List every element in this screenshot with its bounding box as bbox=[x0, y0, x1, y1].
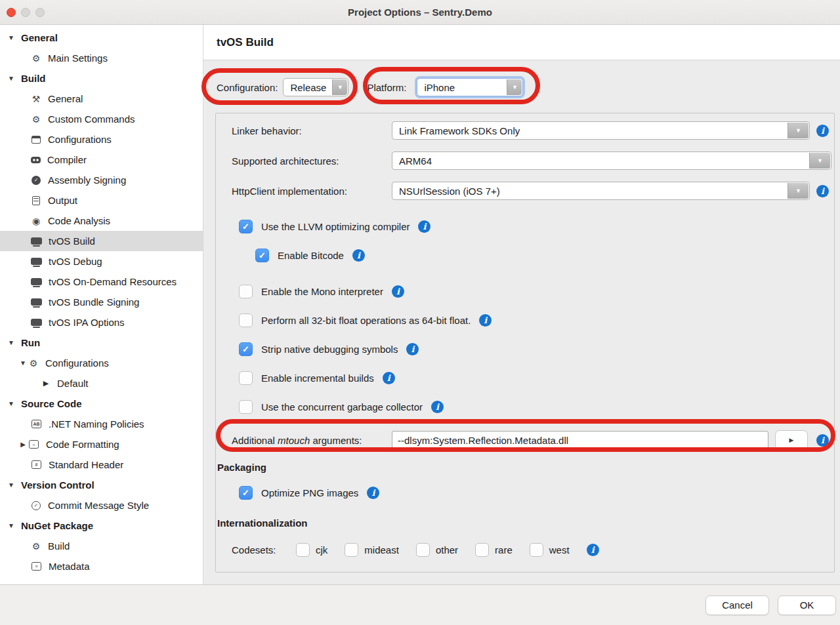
codeset-option-cjk: cjk bbox=[296, 543, 327, 557]
checkbox-row-strip-native-debugging-symbols: ✓Strip native debugging symbolsi bbox=[239, 334, 829, 363]
checkbox[interactable]: ✓ bbox=[239, 486, 253, 500]
sidebar-item-label: Code Analysis bbox=[48, 215, 110, 226]
sidebar-item-tvos-ipa-options[interactable]: tvOS IPA Options bbox=[0, 312, 203, 333]
gear-icon: ⚙ bbox=[30, 114, 42, 125]
sidebar-item-code-analysis[interactable]: ◉Code Analysis bbox=[0, 211, 203, 231]
sidebar-item-nuget-package[interactable]: ▼NuGet Package bbox=[0, 515, 203, 536]
mtouch-arguments-input[interactable] bbox=[392, 431, 768, 450]
checkbox[interactable] bbox=[530, 543, 543, 557]
sidebar-item-tvos-debug[interactable]: tvOS Debug bbox=[0, 251, 203, 272]
info-icon[interactable]: i bbox=[816, 125, 829, 137]
checkbox[interactable] bbox=[239, 400, 253, 414]
sidebar-item-tvos-build[interactable]: tvOS Build bbox=[0, 231, 203, 251]
chevron-down-icon[interactable]: ▼ bbox=[809, 153, 830, 169]
sidebar-item-label: tvOS Bundle Signing bbox=[49, 296, 139, 308]
info-icon[interactable]: i bbox=[383, 372, 395, 384]
codeset-label: cjk bbox=[316, 544, 327, 555]
chevron-down-icon[interactable]: ▼ bbox=[18, 359, 28, 367]
info-icon[interactable]: i bbox=[406, 343, 419, 355]
checkbox[interactable] bbox=[416, 543, 430, 557]
checkbox[interactable] bbox=[239, 313, 253, 327]
dropdown-linker-behavior[interactable]: Link Framework SDKs Only▼ bbox=[392, 121, 810, 140]
platform-select[interactable]: iPhone ▼ bbox=[417, 78, 523, 96]
checkbox[interactable] bbox=[239, 285, 253, 298]
sidebar-item-assembly-signing[interactable]: ✓Assembly Signing bbox=[0, 170, 203, 190]
chevron-right-icon[interactable]: ▶ bbox=[18, 441, 28, 448]
meta-icon: ≡ bbox=[32, 562, 41, 571]
sidebar-item-compiler[interactable]: Compiler bbox=[0, 150, 203, 170]
info-icon[interactable]: i bbox=[816, 434, 829, 447]
sidebar-item-label: Source Code bbox=[21, 398, 82, 409]
checkmark-icon: ✓ bbox=[242, 222, 249, 231]
info-icon[interactable]: i bbox=[392, 285, 404, 298]
dropdown-httpclient-implementation[interactable]: NSUrlSession (iOS 7+)▼ bbox=[392, 182, 810, 200]
checkbox-label: Enable Bitcode bbox=[278, 250, 344, 261]
chevron-down-icon[interactable]: ▼ bbox=[7, 339, 16, 346]
chevron-down-icon[interactable]: ▼ bbox=[7, 34, 16, 41]
field-label: Linker behavior: bbox=[232, 125, 392, 136]
sidebar-item-build[interactable]: ⚙Build bbox=[0, 536, 203, 556]
dropdown-value: NSUrlSession (iOS 7+) bbox=[399, 186, 500, 197]
info-icon[interactable]: i bbox=[367, 487, 379, 499]
checkbox[interactable] bbox=[239, 371, 253, 385]
cancel-button[interactable]: Cancel bbox=[705, 595, 769, 615]
sidebar-item-commit-message-style[interactable]: ✓Commit Message Style bbox=[0, 495, 203, 515]
platform-value: iPhone bbox=[424, 82, 455, 93]
codeset-label: mideast bbox=[364, 544, 399, 555]
info-icon[interactable]: i bbox=[479, 314, 492, 327]
minimize-button[interactable] bbox=[21, 8, 30, 17]
sidebar-item-version-control[interactable]: ▼Version Control bbox=[0, 475, 203, 495]
chevron-down-icon[interactable]: ▼ bbox=[788, 123, 808, 138]
run-arguments-button[interactable]: ▶ bbox=[775, 430, 808, 450]
sidebar-item-build[interactable]: ▼Build bbox=[0, 68, 203, 89]
close-button[interactable] bbox=[7, 8, 16, 17]
checkbox[interactable]: ✓ bbox=[239, 342, 253, 356]
chevron-down-icon[interactable]: ▼ bbox=[332, 79, 347, 95]
ok-button[interactable]: OK bbox=[778, 595, 836, 615]
checkbox[interactable] bbox=[475, 543, 489, 557]
sidebar-item-output[interactable]: Output bbox=[0, 190, 203, 211]
sidebar-item-tvos-on-demand-resources[interactable]: tvOS On-Demand Resources bbox=[0, 272, 203, 292]
info-icon[interactable]: i bbox=[352, 249, 365, 262]
info-icon[interactable]: i bbox=[418, 220, 430, 233]
dialog-footer: Cancel OK bbox=[0, 584, 840, 625]
sidebar-item-general[interactable]: ⚒General bbox=[0, 89, 203, 109]
titlebar: Project Options – Sentry.Demo bbox=[0, 0, 840, 25]
sidebar-item-configurations[interactable]: ▼⚙Configurations bbox=[0, 353, 203, 373]
chevron-down-icon[interactable]: ▼ bbox=[7, 522, 16, 529]
sidebar-item-configurations[interactable]: Configurations bbox=[0, 129, 203, 150]
sidebar-item-standard-header[interactable]: #Standard Header bbox=[0, 454, 203, 475]
checkbox[interactable]: ✓ bbox=[255, 249, 269, 262]
zoom-button[interactable] bbox=[35, 8, 45, 17]
info-icon[interactable]: i bbox=[587, 544, 599, 556]
chevron-down-icon[interactable]: ▼ bbox=[788, 183, 808, 199]
codeset-option-rare: rare bbox=[475, 543, 513, 557]
sidebar-item-source-code[interactable]: ▼Source Code bbox=[0, 393, 203, 414]
sidebar-item-tvos-bundle-signing[interactable]: tvOS Bundle Signing bbox=[0, 292, 203, 312]
checkbox[interactable] bbox=[345, 543, 358, 557]
sidebar-item-label: .NET Naming Policies bbox=[49, 418, 144, 430]
sidebar-item-general[interactable]: ▼General bbox=[0, 28, 203, 48]
info-icon[interactable]: i bbox=[431, 401, 444, 413]
chevron-down-icon[interactable]: ▼ bbox=[7, 481, 16, 489]
sidebar-item-metadata[interactable]: ≡Metadata bbox=[0, 556, 203, 576]
sidebar-item-code-formatting[interactable]: ▶–Code Formatting bbox=[0, 434, 203, 454]
main-panel: tvOS Build Configuration: Release ▼ Plat… bbox=[203, 25, 840, 584]
chevron-down-icon[interactable]: ▼ bbox=[7, 75, 16, 82]
chevron-down-icon[interactable]: ▼ bbox=[507, 79, 522, 95]
codeset-option-west: west bbox=[530, 543, 570, 557]
sidebar-item-label: Assembly Signing bbox=[48, 174, 126, 186]
dropdown-supported-architectures[interactable]: ARM64▼ bbox=[392, 151, 831, 170]
info-icon[interactable]: i bbox=[816, 185, 829, 197]
checkbox-row-enable-the-mono-interpreter: Enable the Mono interpreteri bbox=[239, 277, 829, 306]
sidebar-item-net-naming-policies[interactable]: AB.NET Naming Policies bbox=[0, 414, 203, 434]
sidebar-item-custom-commands[interactable]: ⚙Custom Commands bbox=[0, 109, 203, 129]
gear-icon: ⚙ bbox=[30, 53, 42, 64]
checkbox[interactable] bbox=[296, 543, 310, 557]
configuration-select[interactable]: Release ▼ bbox=[283, 78, 348, 96]
sidebar-item-main-settings[interactable]: ⚙Main Settings bbox=[0, 48, 203, 68]
sidebar-item-run[interactable]: ▼Run bbox=[0, 333, 203, 353]
sidebar-item-default[interactable]: ▶Default bbox=[0, 373, 203, 393]
chevron-down-icon[interactable]: ▼ bbox=[7, 400, 16, 407]
checkbox[interactable]: ✓ bbox=[239, 220, 253, 233]
